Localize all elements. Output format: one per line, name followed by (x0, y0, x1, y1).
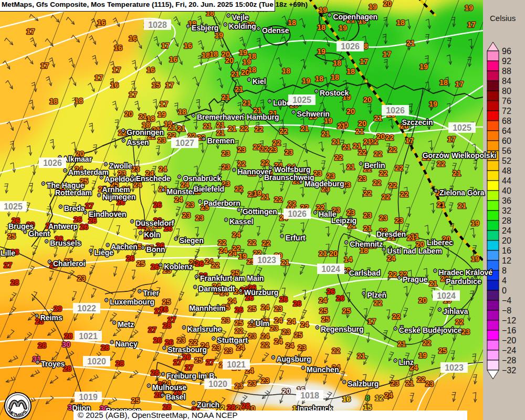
wind-barb (430, 204, 435, 213)
temperature-value: 21 (228, 124, 236, 133)
city-label: ° Darmstadt (194, 285, 235, 293)
temperature-value: 19 (471, 255, 479, 263)
wind-barb (300, 35, 306, 44)
scale-tick-label: 40 (502, 186, 511, 195)
temperature-value: 25 (257, 257, 265, 265)
border-coastline (319, 12, 359, 43)
temperature-value: 25 (247, 257, 255, 266)
temperature-value: 23 (292, 177, 301, 185)
wind-barb (256, 122, 260, 132)
wind-barb (406, 207, 411, 217)
scale-tick-label: 12 (502, 256, 511, 265)
temperature-value: 19 (158, 110, 166, 119)
temperature-value: 18 (346, 67, 355, 76)
temperature-value: 26 (46, 222, 54, 230)
wind-barb (195, 249, 200, 258)
wind-barb (110, 352, 115, 361)
wind-barb (196, 334, 200, 343)
wind-barb (158, 307, 164, 316)
temperature-value: 18 (360, 42, 368, 50)
temperature-value: 16 (184, 41, 192, 50)
temperature-value: 24 (245, 366, 254, 375)
wind-barb (299, 18, 305, 27)
wind-barb (262, 353, 268, 361)
temperature-value: 23 (186, 201, 194, 209)
wind-barb (282, 16, 288, 25)
wind-barb (366, 268, 370, 277)
temperature-value: 17 (405, 136, 414, 145)
temperature-value: 22 (261, 341, 269, 349)
wind-barb (301, 59, 306, 69)
scale-tick-label: 92 (502, 57, 511, 66)
city-label: ° Kassel (225, 217, 254, 226)
temperature-value: 22 (388, 145, 397, 154)
temperature-field-blob (231, 392, 273, 406)
wind-barb (29, 15, 38, 21)
wind-barb (72, 203, 76, 212)
temperature-value: 25 (214, 287, 222, 296)
temperature-value: 23 (342, 181, 351, 189)
temperature-value: 25 (294, 331, 302, 339)
wind-barb (238, 102, 242, 112)
wind-barb (340, 140, 344, 150)
temperature-value: 24 (162, 379, 171, 387)
city-label: ° Zielona Góra (434, 188, 484, 197)
temperature-value: 29 (173, 388, 182, 396)
temperature-value: 20 (329, 249, 338, 258)
temperature-value: 28 (63, 364, 71, 373)
wind-barb (71, 142, 77, 152)
temperature-value: 22 (455, 318, 464, 326)
wind-barb (130, 182, 134, 192)
wind-barb (389, 352, 394, 361)
wind-barb (176, 207, 180, 216)
scale-swatch (487, 71, 499, 81)
wind-barb (93, 145, 98, 154)
wind-barb (452, 17, 455, 27)
wind-barb (240, 206, 245, 215)
scale-tick-label: 88 (502, 67, 511, 76)
temperature-value: 22 (240, 124, 248, 133)
city-label: ° Ulm (250, 319, 269, 328)
temperature-value: 24 (232, 363, 240, 372)
temperature-value: 23 (285, 148, 293, 156)
temperature-value: 22 (374, 150, 382, 158)
temperature-value: 28 (151, 369, 159, 377)
scale-swatch (487, 201, 499, 211)
isobar-label: 1028 (144, 19, 171, 30)
city-label: ° Esbjerg (187, 24, 219, 32)
scale-tick-label: 0 (502, 286, 507, 295)
temperature-value: 23 (274, 304, 282, 313)
border-coastline (315, 53, 344, 61)
temperature-value: 25 (7, 232, 16, 240)
temperature-value: 28 (35, 317, 44, 326)
wind-barb (324, 331, 328, 340)
city-label: ° Breda (59, 204, 85, 213)
temperature-value: 22 (358, 148, 366, 156)
wind-barb (200, 143, 204, 153)
wind-barb (92, 56, 98, 65)
wind-barb (50, 140, 55, 149)
temperature-value: 26 (156, 242, 164, 250)
height-contour-line (0, 0, 68, 420)
temperature-value: 28 (10, 278, 19, 287)
wind-barb (362, 188, 366, 197)
temperature-value: 23 (425, 380, 434, 388)
scale-swatch (487, 240, 499, 250)
city-label: ° Nancy (110, 340, 138, 348)
wind-barb (280, 394, 284, 403)
wind-barb (320, 102, 326, 111)
isobar-label: 1026 (39, 158, 66, 168)
city-label: Bruges (8, 222, 34, 230)
wind-barb (243, 375, 247, 384)
wind-barb (426, 120, 430, 129)
wind-barb (242, 119, 246, 128)
svg-text:1024: 1024 (437, 291, 456, 300)
wind-barb (319, 142, 323, 151)
temperature-value: 17 (368, 317, 376, 326)
city-label: ° Basel (161, 393, 186, 401)
temperature-value: 23 (131, 165, 140, 173)
wind-barb (50, 271, 54, 280)
city-label: ° Stuttgart (212, 336, 248, 344)
wind-barb (220, 331, 226, 340)
wind-barb (158, 266, 162, 275)
